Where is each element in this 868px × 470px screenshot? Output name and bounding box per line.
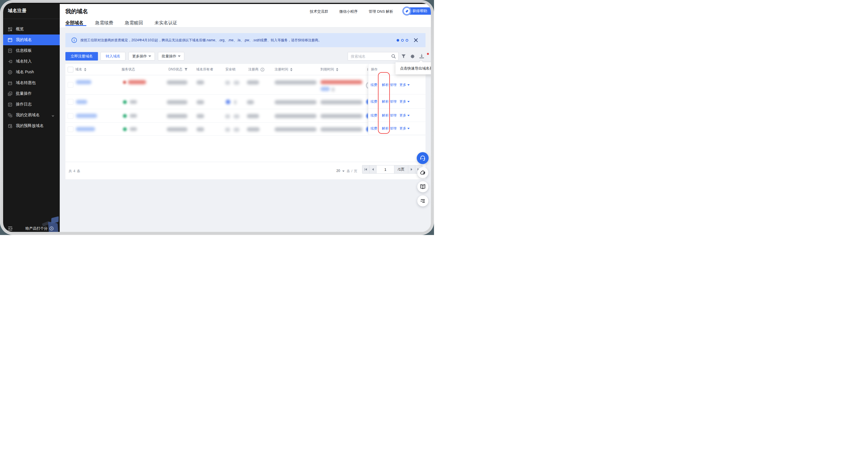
sidebar-item-label: 我的预释放域名 [16, 123, 43, 128]
renew-link[interactable]: 续费 [371, 82, 377, 88]
tab-2[interactable]: 急需续费 [93, 20, 115, 26]
collapse-sidebar-icon[interactable] [8, 227, 12, 231]
notice-text: 按照工信部对注册商的资质规定，2024年4月10日起，腾讯云无法提供以下域名后缀… [81, 38, 321, 43]
chevron-down-icon [178, 56, 181, 57]
sidebar-item-10[interactable]: 我的预释放域名 [3, 121, 60, 131]
manage-link[interactable]: 管理 [390, 99, 397, 104]
sort-icon[interactable] [290, 68, 292, 71]
main-header: 我的域名 技术交流群微信小程序管理 DNS 解析 获得帮助 全部域名急需续费急需… [60, 4, 431, 27]
sidebar-item-3[interactable]: 信息模板 [3, 45, 60, 56]
row-checkbox[interactable] [68, 126, 73, 132]
float-button-book[interactable] [417, 181, 428, 192]
search-icon[interactable] [391, 54, 396, 59]
more-link[interactable]: 更多 [399, 99, 410, 104]
banner-carousel-dots[interactable] [395, 39, 408, 41]
column-header-expiry[interactable]: 到期时间 [320, 64, 338, 75]
manage-link[interactable]: 管理 [390, 113, 397, 118]
tab-4[interactable]: 未实名认证 [153, 20, 179, 26]
row-checkbox[interactable] [68, 113, 73, 119]
get-help-button[interactable]: 获得帮助 [403, 7, 431, 15]
header-link-1[interactable]: 技术交流群 [310, 9, 328, 14]
more-link[interactable]: 更多 [399, 126, 410, 131]
select-all-checkbox[interactable] [68, 67, 73, 72]
content-area: 按照工信部对注册商的资质规定，2024年4月10日起，腾讯云无法提供以下域名后缀… [60, 27, 431, 232]
carousel-dot-3[interactable] [406, 39, 408, 41]
rate-product-label: 给产品打个分 [26, 226, 48, 231]
sidebar-item-2[interactable]: 我的域名 [3, 34, 60, 45]
next-page-button[interactable] [408, 165, 415, 173]
trade-icon [8, 113, 12, 118]
search-box [348, 52, 399, 61]
renew-link[interactable]: 续费 [371, 126, 377, 131]
column-header-regtime[interactable]: 注册时间 [275, 64, 292, 75]
row-checkbox[interactable] [68, 82, 73, 88]
chevron-down-icon [342, 170, 345, 172]
transfer-in-icon [8, 59, 12, 64]
dns-resolve-link[interactable]: 解析 [382, 113, 389, 118]
tab-3[interactable]: 急需赎回 [123, 20, 145, 26]
download-icon[interactable] [419, 54, 424, 59]
page-number-input[interactable]: 1 [376, 165, 394, 173]
notification-dot [427, 53, 429, 55]
sidebar-item-1[interactable]: 概览 [3, 24, 60, 34]
sidebar-menu: 概览我的域名信息模板域名转入域名 Push域名特惠包批量操作操作日志我的交易域名… [3, 19, 60, 131]
renew-link[interactable]: 续费 [371, 113, 377, 118]
sidebar-item-label: 我的域名 [16, 37, 32, 42]
float-button-cloud-bell[interactable] [417, 167, 428, 178]
dns-resolve-link[interactable]: 解析 [382, 82, 389, 88]
column-header-domain[interactable]: 域名 [75, 64, 86, 75]
sidebar-item-9[interactable]: 我的交易域名 [3, 110, 60, 121]
domain-table-card: 域名服务状态DNS状态域名所有者安全锁注册商注册时间到期时间 自动续费 操作 续… [65, 64, 426, 179]
more-actions-dropdown[interactable]: 更多操作 [128, 52, 155, 61]
prev-page-button[interactable] [369, 165, 376, 173]
total-pages-label: /1页 [394, 165, 408, 173]
first-page-button[interactable] [362, 165, 369, 173]
float-button-feedback-list[interactable] [417, 195, 428, 206]
sidebar-item-5[interactable]: 域名 Push [3, 67, 60, 77]
float-button-headset[interactable] [417, 152, 429, 164]
sidebar-item-7[interactable]: 批量操作 [3, 88, 60, 99]
pagination: 共 4 条 20 条 / 页 [65, 162, 426, 179]
export-tooltip: 点击快速导出域名列表 [396, 62, 431, 74]
row-actions-1: 续费解析管理更多 [368, 75, 426, 95]
info-circle-icon[interactable] [260, 68, 265, 72]
banner-close-icon[interactable] [414, 38, 418, 42]
filter-icon[interactable] [401, 54, 406, 59]
header-link-3[interactable]: 管理 DNS 解析 [369, 9, 393, 14]
more-link[interactable]: 更多 [399, 113, 410, 118]
dns-resolve-link[interactable]: 解析 [382, 126, 389, 131]
transfer-domain-button[interactable]: 转入域名 [100, 52, 125, 61]
gear-icon[interactable] [410, 54, 415, 59]
sidebar-item-4[interactable]: 域名转入 [3, 56, 60, 67]
renew-link[interactable]: 续费 [371, 99, 377, 104]
column-header-registrar[interactable]: 注册商 [248, 64, 265, 75]
register-domain-button[interactable]: 立即注册域名 [65, 52, 98, 61]
page-size-select[interactable]: 20 [336, 169, 345, 173]
column-header-owner: 域名所有者 [196, 64, 213, 75]
row-checkbox[interactable] [68, 99, 73, 105]
tab-1[interactable]: 全部域名 [65, 20, 85, 26]
manage-link[interactable]: 管理 [390, 126, 397, 131]
sidebar-item-label: 信息模板 [16, 48, 32, 53]
sidebar-item-8[interactable]: 操作日志 [3, 99, 60, 110]
search-input[interactable] [348, 52, 399, 61]
manage-link[interactable]: 管理 [390, 82, 397, 88]
sort-icon[interactable] [336, 68, 338, 71]
column-filter-icon[interactable] [184, 68, 188, 71]
sidebar-item-label: 概览 [16, 27, 24, 32]
chevron-down-icon [148, 56, 151, 57]
more-link[interactable]: 更多 [399, 82, 410, 88]
rate-product-link[interactable]: 给产品打个分 [26, 226, 54, 231]
sidebar-item-label: 域名 Push [16, 70, 34, 75]
sidebar-item-6[interactable]: 域名特惠包 [3, 77, 60, 88]
carousel-dot-1[interactable] [397, 39, 399, 41]
chevron-down-icon [407, 115, 410, 116]
column-header-dns[interactable]: DNS状态 [168, 64, 188, 75]
total-count: 共 4 条 [68, 169, 81, 174]
dns-resolve-link[interactable]: 解析 [382, 99, 389, 104]
carousel-dot-2[interactable] [401, 39, 404, 41]
header-link-2[interactable]: 微信小程序 [339, 9, 358, 14]
sort-icon[interactable] [84, 68, 86, 71]
batch-actions-dropdown[interactable]: 批量操作 [158, 52, 184, 61]
window-frame: 域名注册 概览我的域名信息模板域名转入域名 Push域名特惠包批量操作操作日志我… [0, 0, 434, 235]
